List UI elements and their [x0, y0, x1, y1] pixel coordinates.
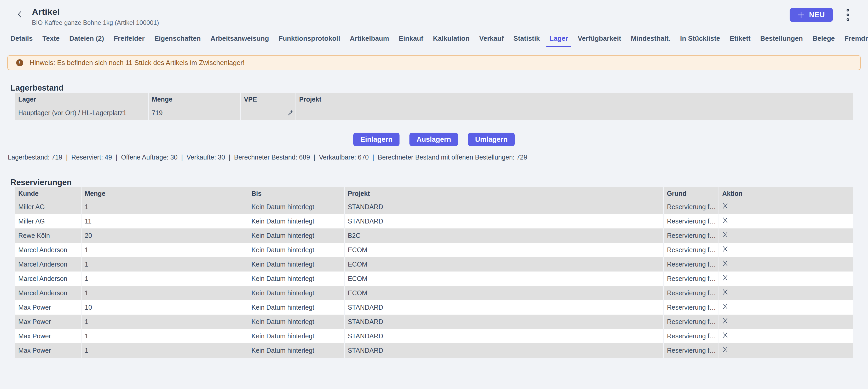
tab-item[interactable]: Texte	[42, 30, 60, 47]
reservation-kunde-cell: Marcel Anderson	[15, 271, 81, 286]
reservation-grund-cell: Reservierung für Auftrag AU-2024-200206	[663, 329, 719, 343]
kebab-dot	[846, 18, 849, 21]
reservation-column-header: Kunde	[15, 187, 81, 200]
stat-item: Verkaufte: 30	[187, 154, 234, 161]
reservation-aktion-cell	[719, 315, 853, 329]
reservation-projekt-cell: ECOM	[344, 257, 663, 271]
tab-item[interactable]: Kalkulation	[433, 30, 469, 47]
reservation-row: Rewe Köln 20 Kein Datum hinterlegt B2C R…	[15, 228, 853, 243]
delete-reservation-button[interactable]	[722, 203, 728, 209]
tab-item[interactable]: Arbeitsanweisung	[210, 30, 269, 47]
reservation-bis-cell: Kein Datum hinterlegt	[248, 329, 344, 343]
stock-actions: Einlagern Auslagern Umlagern	[0, 133, 868, 146]
reservation-kunde-cell: Marcel Anderson	[15, 243, 81, 257]
delete-reservation-button[interactable]	[722, 332, 728, 338]
close-icon	[722, 203, 728, 209]
reservation-aktion-cell	[719, 329, 853, 343]
reservation-bis-cell: Kein Datum hinterlegt	[248, 228, 344, 243]
tab-item[interactable]: Artikelbaum	[350, 30, 389, 47]
tab-item[interactable]: Eigenschaften	[154, 30, 201, 47]
page-title: Artikel	[32, 7, 159, 17]
tab-item[interactable]: Fremdnummern	[844, 30, 868, 47]
edit-stock-button[interactable]	[287, 110, 293, 117]
reservation-column-header: Aktion	[719, 187, 853, 200]
delete-reservation-button[interactable]	[722, 303, 728, 310]
stat-item: Verkaufbare: 670	[319, 154, 378, 161]
reservation-row: Miller AG 1 Kein Datum hinterlegt STANDA…	[15, 200, 853, 214]
close-icon	[722, 274, 728, 281]
stock-projekt-cell	[296, 106, 853, 120]
reservation-aktion-cell	[719, 271, 853, 286]
reservation-kunde-cell: Max Power	[15, 329, 81, 343]
reservation-bis-cell: Kein Datum hinterlegt	[248, 214, 344, 228]
new-button[interactable]: NEU	[789, 8, 833, 22]
stock-table-body: Hauptlager (vor Ort) / HL-Lagerplatz1 71…	[15, 106, 853, 120]
stat-item: Berechneter Bestand mit offenen Bestellu…	[378, 154, 527, 161]
delete-reservation-button[interactable]	[722, 274, 728, 281]
delete-reservation-button[interactable]	[722, 346, 728, 353]
delete-reservation-button[interactable]	[722, 318, 728, 324]
tab-item[interactable]: Funktionsprotokoll	[279, 30, 340, 47]
delete-reservation-button[interactable]	[722, 246, 728, 252]
delete-reservation-button[interactable]	[722, 231, 728, 238]
close-icon	[722, 318, 728, 324]
plus-icon	[798, 11, 805, 19]
tab-item[interactable]: Verfügbarkeit	[578, 30, 621, 47]
warning-icon: !	[16, 59, 23, 66]
artikel-detail-page: Artikel BIO Kaffee ganze Bohne 1kg (Arti…	[0, 0, 868, 389]
page-header: Artikel BIO Kaffee ganze Bohne 1kg (Arti…	[0, 0, 868, 26]
tab-item[interactable]: Belege	[813, 30, 835, 47]
reservation-grund-cell: Reservierung für Auftrag AU-2024-200154	[663, 243, 719, 257]
stat-item: Lagerbestand: 719	[8, 154, 71, 161]
reservation-grund-cell: Reservierung für Auftrag AU-2024-200155	[663, 257, 719, 271]
einlagern-button[interactable]: Einlagern	[353, 133, 400, 146]
reservation-aktion-cell	[719, 343, 853, 358]
reservation-bis-cell: Kein Datum hinterlegt	[248, 257, 344, 271]
stock-section: Lagerbestand LagerMengeVPEProjekt Hauptl…	[0, 83, 868, 161]
reservation-aktion-cell	[719, 300, 853, 315]
reservations-section-title: Reservierungen	[10, 178, 868, 187]
reservation-kunde-cell: Miller AG	[15, 214, 81, 228]
tab-bar: Details Texte Dateien (2) Freifelder Eig…	[0, 30, 868, 47]
stock-column-header: Lager	[15, 93, 148, 106]
reservation-projekt-cell: STANDARD	[344, 214, 663, 228]
reservation-grund-cell: Reservierung für Auftrag AU-2023-200113	[663, 200, 719, 214]
kebab-dot	[846, 13, 849, 16]
reservation-grund-cell: Reservierung für Auftrag AU-2024-200156	[663, 271, 719, 286]
tab-item[interactable]: Details	[10, 30, 33, 47]
tab-item[interactable]: Bestellungen	[760, 30, 803, 47]
reservation-menge-cell: 1	[81, 243, 248, 257]
stock-column-header: VPE	[240, 93, 296, 106]
tab-item[interactable]: Verkauf	[479, 30, 504, 47]
reservation-projekt-cell: ECOM	[344, 271, 663, 286]
tab-item[interactable]: Lager	[550, 30, 568, 47]
reservation-menge-cell: 10	[81, 300, 248, 315]
tab-item[interactable]: In Stückliste	[680, 30, 720, 47]
umlagern-button[interactable]: Umlagern	[468, 133, 515, 146]
tab-item[interactable]: Einkauf	[399, 30, 423, 47]
kebab-dot	[846, 9, 849, 11]
auslagern-button[interactable]: Auslagern	[409, 133, 458, 146]
reservations-section: Reservierungen KundeMengeBisProjektGrund…	[0, 178, 868, 358]
back-button[interactable]	[17, 10, 23, 18]
delete-reservation-button[interactable]	[722, 289, 728, 295]
reservation-row: Max Power 1 Kein Datum hinterlegt STANDA…	[15, 343, 853, 358]
stock-column-header: Projekt	[296, 93, 853, 106]
tab-item[interactable]: Statistik	[514, 30, 540, 47]
reservation-kunde-cell: Max Power	[15, 300, 81, 315]
tab-item[interactable]: Freifelder	[114, 30, 145, 47]
reservation-bis-cell: Kein Datum hinterlegt	[248, 243, 344, 257]
title-block: Artikel BIO Kaffee ganze Bohne 1kg (Arti…	[32, 7, 159, 26]
reservation-grund-cell: Reservierung für Auftrag AU-2024-200177	[663, 300, 719, 315]
tab-item[interactable]: Dateien (2)	[69, 30, 104, 47]
reservation-menge-cell: 1	[81, 315, 248, 329]
delete-reservation-button[interactable]	[722, 260, 728, 266]
tab-item[interactable]: Etikett	[730, 30, 750, 47]
delete-reservation-button[interactable]	[722, 217, 728, 224]
reservation-row: Max Power 1 Kein Datum hinterlegt STANDA…	[15, 315, 853, 329]
reservations-table-head: KundeMengeBisProjektGrundAktion	[15, 187, 853, 200]
tab-item[interactable]: Mindesthalt.	[631, 30, 671, 47]
stock-column-header: Menge	[148, 93, 241, 106]
kebab-menu-button[interactable]	[845, 7, 851, 23]
close-icon	[722, 260, 728, 266]
